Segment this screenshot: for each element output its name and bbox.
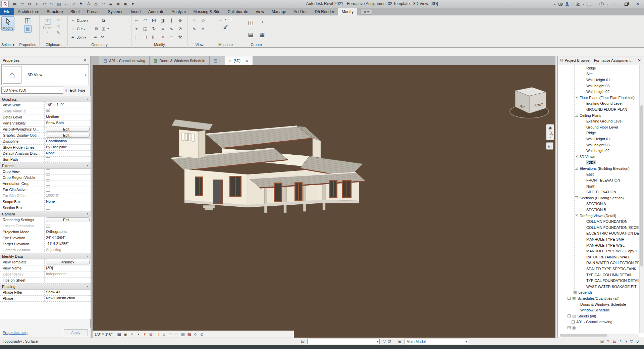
cope-icon[interactable]: ⌐	[70, 17, 76, 23]
properties-help-link[interactable]: Properties help	[3, 331, 28, 335]
qat-icon[interactable]: ▾	[129, 1, 136, 7]
property-value[interactable]: Coordination	[44, 139, 91, 144]
property-value[interactable]: None	[44, 199, 91, 205]
property-value[interactable]: Independent	[44, 271, 91, 277]
qat-icon[interactable]: ↻	[34, 1, 40, 7]
property-value[interactable]: New Construction	[44, 296, 91, 301]
join-button[interactable]: Join ▾	[77, 35, 86, 39]
property-value[interactable]: <None>	[44, 259, 91, 265]
cut-icon[interactable]: ◌	[70, 26, 76, 32]
edit-type-button[interactable]: ◫ Edit Type	[65, 88, 85, 93]
property-edit-button[interactable]: Edit...	[46, 217, 90, 222]
help-menu-caret-icon[interactable]: ▾	[606, 3, 608, 6]
tab-file[interactable]: File	[0, 8, 14, 15]
modify-tool-icon[interactable]: ⊕	[176, 16, 184, 24]
property-section-header[interactable]: Graphics ∧	[0, 96, 91, 102]
tree-item[interactable]: + ▦	[558, 325, 639, 331]
tree-item[interactable]: {3D}	[558, 160, 639, 166]
view-control-icon[interactable]: ⌂	[161, 332, 167, 337]
tree-item[interactable]: SEALED TYPE SEPTIC TANK	[558, 266, 639, 272]
property-value[interactable]	[44, 169, 91, 174]
ribbon-tab[interactable]: Add-Ins	[290, 8, 311, 15]
tree-item[interactable]: − Ceiling Plans	[558, 112, 639, 118]
type-selector-caret-icon[interactable]: ▾	[85, 73, 87, 77]
tree-item[interactable]: Ridge	[558, 130, 639, 136]
panel-label-clipboard[interactable]: Clipboard	[40, 42, 67, 48]
ribbon-tab[interactable]: Steel	[67, 8, 83, 15]
property-value[interactable]	[44, 223, 91, 229]
property-value[interactable]	[44, 205, 91, 211]
view-tab[interactable]: ⌂ {3D} ✕	[225, 56, 253, 65]
account-icon[interactable]	[566, 2, 569, 6]
property-value[interactable]: 1000' 0"	[44, 193, 91, 199]
ribbon-tab[interactable]: Structure	[43, 8, 67, 15]
modify-tool-icon[interactable]: ⚒	[176, 33, 184, 41]
tree-item[interactable]: MANHOLE TYPE WGL Copy 1	[558, 248, 639, 254]
view-control-icon[interactable]: ○	[173, 332, 180, 337]
qat-icon[interactable]: ↶	[41, 1, 48, 7]
tree-expand-icon[interactable]: +	[572, 320, 575, 323]
tree-item[interactable]: − Floor Plans (Floor Plan FInalized)	[558, 95, 639, 101]
design-options-icon[interactable]: ▣	[398, 339, 401, 344]
modify-tool-icon[interactable]: ◱	[141, 24, 150, 33]
tree-item[interactable]: R/F OF RETAINING WALL	[558, 254, 639, 260]
modify-tool-icon[interactable]: +	[132, 24, 141, 33]
tree-item[interactable]: − 3D Views	[558, 154, 639, 160]
tree-expand-icon[interactable]: −	[575, 214, 578, 217]
qat-icon[interactable]: ◘	[26, 1, 33, 7]
browser-vertical-scrollbar[interactable]	[639, 65, 644, 333]
tree-item[interactable]: FRONT ELEVATION	[558, 177, 639, 183]
tree-item[interactable]: − ▦ Schedules/Quantities (all)	[558, 295, 639, 301]
panel-label-select[interactable]: Select ▾	[0, 42, 16, 48]
property-value[interactable]: 1/8" = 1'-0"	[44, 102, 91, 108]
drawing-canvas[interactable]: LEFT FRONT ◉ ▾ ◱ 1/8" = 1'-0" ▦ ▣ ☀	[93, 65, 555, 338]
tree-expand-icon[interactable]: −	[575, 155, 578, 158]
tree-item[interactable]: TYPICAL FOUNDATION DETAIL	[558, 278, 639, 284]
modify-tool-icon[interactable]: ◨	[158, 16, 167, 24]
property-checkbox[interactable]	[46, 188, 50, 192]
property-value[interactable]: 24' 4 13/64"	[44, 235, 91, 241]
view-control-icon[interactable]: ▢	[154, 332, 161, 337]
property-checkbox[interactable]	[46, 157, 50, 161]
ribbon-tab[interactable]: Precast	[83, 8, 104, 15]
tree-item[interactable]: WAST WATER SOAKAGE PIT	[558, 284, 639, 290]
tree-item[interactable]: ECCENTRIC FOUNDATION DETAIL	[558, 231, 639, 237]
qat-icon[interactable]: ↷	[48, 1, 55, 7]
view-tool-icon[interactable]: ◇	[200, 16, 207, 24]
tree-item[interactable]: SECTION B	[558, 207, 639, 213]
view-control-icon[interactable]: ▩	[186, 332, 193, 337]
tree-item[interactable]: TYPICAL COLUMN DETAIL	[558, 272, 639, 278]
tree-item[interactable]: Ground Floor Level	[558, 124, 639, 130]
modify-tool-icon[interactable]: ↻	[150, 24, 158, 33]
ribbon-tab[interactable]: Manage	[268, 8, 290, 15]
property-edit-button[interactable]: Edit...	[46, 127, 90, 132]
property-value[interactable]: Edit...	[44, 133, 91, 138]
view-tab[interactable]: ▦ Doors & Windows Schedule	[150, 56, 210, 65]
tree-item[interactable]: COLUMN FOUNDATION ECCENTRIC	[558, 225, 639, 231]
design-options-dropdown[interactable]: Main Model▾	[405, 339, 468, 344]
tree-item[interactable]: GROUND FLOOR PLAN	[558, 106, 639, 112]
property-value[interactable]: None	[44, 151, 91, 156]
tree-item[interactable]: − Drafting Views (Detail)	[558, 213, 639, 219]
tree-item[interactable]: RAIN WATER COLLECTION PIT	[558, 260, 639, 266]
scrollbar-thumb[interactable]	[560, 334, 607, 337]
cut-to-clipboard-icon[interactable]: ✂	[55, 17, 61, 23]
qat-icon[interactable]: ▥	[56, 1, 62, 7]
property-checkbox[interactable]	[46, 182, 50, 186]
tree-item[interactable]: Wall height 03	[558, 83, 639, 89]
qat-icon[interactable]: ⊠	[115, 1, 121, 7]
property-value[interactable]: Show Both	[44, 120, 91, 126]
tree-item[interactable]: − Elevations (Building Elevation)	[558, 165, 639, 171]
modify-tool-icon[interactable]: ⊢	[132, 33, 141, 41]
search-icon[interactable]	[558, 3, 563, 6]
qat-icon[interactable]: ≣	[107, 1, 114, 7]
create-tool-icon[interactable]: ▦	[258, 31, 266, 38]
selection-filter-icon[interactable]: ▽	[630, 339, 633, 344]
qat-icon[interactable]: ↔	[63, 1, 70, 7]
view-tool-icon[interactable]: ✎	[191, 25, 198, 33]
paint-icon[interactable]: ▰	[70, 34, 76, 40]
qat-icon[interactable]: A	[85, 1, 92, 7]
dock-icon[interactable]: ⊡	[560, 58, 563, 62]
close-button[interactable]: ✕	[633, 1, 642, 7]
modify-tool-icon[interactable]: ∤	[167, 16, 176, 24]
